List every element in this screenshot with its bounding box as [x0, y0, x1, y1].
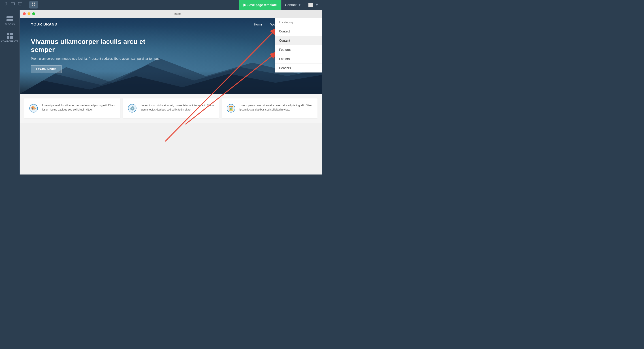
- hero-title: Vivamus ullamcorper iaculis arcu et semp…: [31, 38, 165, 54]
- hero-subtitle: Proin ullamcorper non neque nec lacinia.…: [31, 57, 161, 60]
- browser-url: index: [37, 12, 319, 16]
- save-label: Save page template: [248, 3, 277, 7]
- device-icons: [0, 1, 42, 8]
- dropdown-item-features[interactable]: Features: [275, 45, 322, 54]
- cards-section: 🎨 Lorem ipsum dolor sit amet, consectetu…: [20, 94, 322, 122]
- dropdown-header: In category: [275, 18, 322, 27]
- card-0-text: Lorem ipsum dolor sit amet, consectetur …: [42, 103, 116, 112]
- svg-rect-10: [34, 5, 35, 6]
- grid-view-icon[interactable]: [29, 1, 38, 8]
- expand-icon[interactable]: ▼: [315, 2, 319, 7]
- category-dropdown: In category Contact Content Features Foo…: [275, 18, 322, 72]
- page-name: Contact: [285, 3, 297, 7]
- svg-rect-0: [5, 2, 7, 5]
- browser-area: index YOUR BRAND Home: [20, 10, 322, 174]
- svg-rect-2: [11, 2, 14, 5]
- sidebar-components-label: COMPONENTS: [1, 40, 18, 43]
- hero-cta-button[interactable]: LEARN MORE: [31, 65, 62, 74]
- traffic-light-red[interactable]: [23, 12, 26, 15]
- svg-rect-8: [34, 3, 35, 4]
- save-page-template-button[interactable]: ▶ Save page template: [239, 0, 281, 10]
- brand-name: YOUR BRAND: [31, 22, 57, 26]
- svg-rect-9: [32, 5, 33, 6]
- svg-rect-7: [32, 3, 33, 4]
- sidebar: BLOCKS COMPONENTS: [0, 10, 20, 174]
- dropdown-item-contact[interactable]: Contact: [275, 27, 322, 36]
- main-layout: BLOCKS COMPONENTS index: [0, 10, 322, 174]
- sidebar-item-components[interactable]: COMPONENTS: [1, 30, 18, 46]
- card-2-text: Lorem ipsum dolor sit amet, consectetur …: [240, 103, 313, 112]
- save-arrow-icon: ▶: [244, 3, 246, 7]
- tablet-icon[interactable]: [10, 2, 15, 8]
- svg-text:🎨: 🎨: [31, 106, 36, 111]
- card-1-icon: ⚙️: [127, 103, 137, 113]
- svg-rect-4: [18, 2, 22, 5]
- dropdown-item-footers[interactable]: Footers: [275, 54, 322, 64]
- card-0-icon: 🎨: [29, 103, 38, 113]
- sidebar-blocks-label: BLOCKS: [5, 23, 15, 26]
- nav-home[interactable]: Home: [254, 22, 262, 26]
- card-2-icon: 🖼️: [226, 103, 236, 113]
- website-preview: YOUR BRAND Home Work Blog Contact Vivamu…: [20, 18, 322, 174]
- card-1: ⚙️ Lorem ipsum dolor sit amet, consectet…: [123, 98, 219, 118]
- components-icon: [6, 33, 14, 39]
- traffic-light-yellow[interactable]: [28, 12, 30, 15]
- sidebar-item-blocks[interactable]: BLOCKS: [1, 12, 18, 29]
- dropdown-item-content[interactable]: Content: [275, 36, 322, 45]
- card-1-text: Lorem ipsum dolor sit amet, consectetur …: [141, 103, 214, 112]
- svg-text:⚙️: ⚙️: [130, 106, 135, 111]
- dropdown-item-headers[interactable]: Headers: [275, 64, 322, 72]
- url-text: index: [174, 12, 181, 16]
- maximize-icon[interactable]: ⬜: [308, 2, 313, 8]
- window-controls: ⬜ ▼: [305, 2, 322, 8]
- traffic-light-green[interactable]: [32, 12, 35, 15]
- blocks-icon: [6, 16, 14, 22]
- toolbar: ▶ Save page template Contact ▼ ⬜ ▼: [0, 0, 322, 10]
- svg-text:🖼️: 🖼️: [228, 106, 234, 111]
- page-caret-icon: ▼: [298, 3, 301, 7]
- toolbar-right: ▶ Save page template Contact ▼ ⬜ ▼: [239, 0, 322, 10]
- card-0: 🎨 Lorem ipsum dolor sit amet, consectetu…: [24, 98, 120, 118]
- desktop-icon[interactable]: [18, 2, 23, 8]
- page-selector[interactable]: Contact ▼: [281, 0, 305, 10]
- mobile-small-icon[interactable]: [4, 2, 8, 8]
- browser-chrome: index: [20, 10, 322, 18]
- card-2: 🖼️ Lorem ipsum dolor sit amet, consectet…: [222, 98, 318, 118]
